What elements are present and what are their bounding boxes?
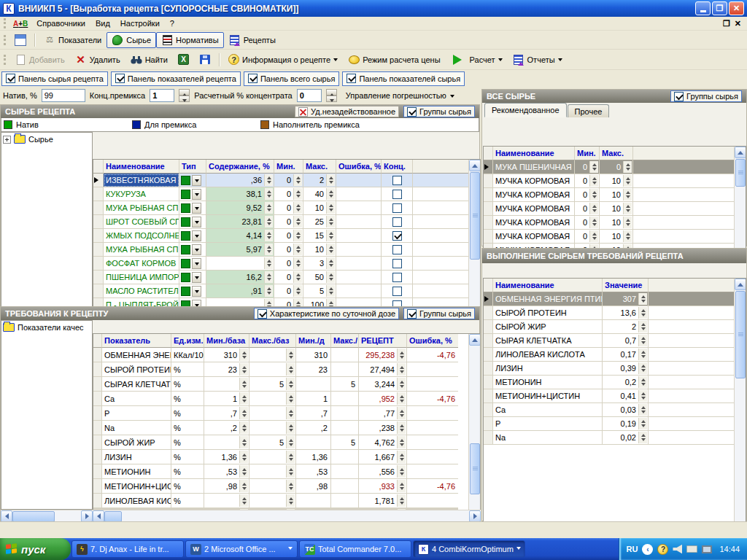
requirement-row[interactable]: СЫРОЙ ЖИР%554,762 [93, 435, 480, 450]
min-base-cell[interactable]: 1 [204, 392, 249, 406]
toolbar-grip[interactable] [4, 18, 7, 28]
type-dropdown[interactable] [192, 217, 201, 228]
type-dropdown[interactable] [192, 286, 201, 297]
value-cell[interactable]: 307 [603, 292, 649, 306]
column-header[interactable]: Ошибка, % [336, 160, 382, 174]
tree-expand-icon[interactable] [3, 136, 11, 144]
min-cell[interactable]: 0 [274, 284, 303, 298]
indicator-name[interactable]: ЛИНОЛЕВАЯ КИС [102, 494, 171, 508]
mdi-restore-icon[interactable]: ❐ [723, 19, 730, 28]
checkbox-icon[interactable] [258, 309, 267, 319]
scroll-left-button[interactable] [1, 510, 12, 522]
scroll-up-button[interactable] [735, 279, 746, 290]
value-cell[interactable]: 0,17 [603, 348, 649, 362]
calc-button[interactable]: Расчет [446, 52, 508, 67]
value-cell[interactable]: 2 [603, 320, 649, 334]
conc-cell[interactable] [382, 215, 413, 229]
tree-hscrollbar[interactable] [1, 510, 93, 522]
toolbar-grip[interactable] [4, 55, 7, 65]
ingredient-name[interactable]: ШРОТ СОЕВЫЙ СП [104, 215, 179, 229]
reports-button[interactable]: Отчеты [508, 52, 568, 68]
table-view-button[interactable] [9, 32, 31, 48]
spinner[interactable] [286, 480, 295, 492]
spinner[interactable] [623, 175, 632, 187]
type-cell[interactable] [179, 174, 206, 187]
spinner[interactable] [264, 188, 273, 200]
input-device-icon[interactable] [686, 545, 697, 553]
scroll-right-button[interactable] [81, 510, 93, 522]
min-base-cell[interactable] [204, 377, 249, 392]
spinner[interactable] [264, 174, 273, 186]
mode-normativy-button[interactable]: Нормативы [156, 32, 224, 48]
spinner[interactable] [638, 307, 647, 319]
conc-checkbox[interactable] [392, 190, 402, 199]
fulfillment-row[interactable]: P0,19 [484, 417, 746, 431]
nutrient-name[interactable]: Ca [493, 403, 603, 417]
type-cell[interactable] [179, 284, 206, 298]
taskbar-task[interactable]: W2 Microsoft Office ... [185, 540, 298, 558]
indicator-name[interactable]: ОБМЕННАЯ ЭНЕРГ [102, 348, 171, 362]
type-cell[interactable] [179, 271, 206, 284]
recipe-value-cell[interactable]: ,238 [359, 421, 407, 435]
content-cell[interactable]: 9,52 [206, 201, 274, 215]
recipe-value-cell[interactable]: 295,238 [359, 348, 407, 362]
nutrient-name[interactable]: Na [493, 431, 603, 445]
restore-button[interactable]: ❐ [712, 1, 727, 15]
spinner[interactable] [638, 335, 647, 346]
ingredient-name[interactable]: ПШЕНИЦА ИМПОРТ [104, 271, 179, 284]
price-mode-button[interactable]: Режим расчета цены [343, 52, 445, 68]
conc-checkbox[interactable] [392, 203, 402, 213]
max-cell[interactable]: 10 [600, 230, 633, 244]
max-cell[interactable]: 40 [303, 187, 336, 201]
spinner[interactable] [264, 271, 273, 283]
premix-stepper[interactable] [179, 89, 190, 102]
spinner[interactable] [397, 363, 406, 376]
start-button[interactable]: пуск [0, 538, 71, 560]
spinner[interactable] [397, 378, 406, 390]
column-header[interactable]: Наименование [493, 279, 603, 292]
value-cell[interactable]: 0,19 [603, 417, 649, 431]
max-cell[interactable]: 10 [303, 243, 336, 257]
spinner[interactable] [638, 432, 647, 443]
mode-recepty-button[interactable]: Рецепты [224, 32, 281, 48]
spinner[interactable] [293, 174, 302, 186]
taskbar-task[interactable]: ϟ7. Dj Anax - Life in tr... [71, 540, 184, 558]
spinner[interactable] [239, 421, 248, 434]
fulfillment-vscrollbar[interactable] [734, 279, 746, 534]
fulfillment-row[interactable]: МЕТИОНИН+ЦИСТИН0,41 [484, 389, 746, 403]
tab-active[interactable]: Рекомендованное [484, 103, 567, 117]
type-cell[interactable] [179, 257, 206, 271]
spinner[interactable] [326, 257, 335, 269]
column-header[interactable]: Ошибка, % [407, 334, 458, 348]
conc-checkbox[interactable] [392, 259, 402, 268]
max-cell[interactable]: 25 [303, 215, 336, 229]
spinner[interactable] [286, 451, 295, 463]
type-cell[interactable] [179, 229, 206, 243]
spinner[interactable] [638, 376, 647, 388]
value-cell[interactable]: 13,6 [603, 306, 649, 320]
tree-item-quality[interactable]: Показатели качес [3, 323, 90, 332]
recipe-row[interactable]: ИЗВЕСТНЯКОВАЯ,3602 [93, 174, 480, 187]
spinner[interactable] [239, 480, 248, 492]
type-cell[interactable] [179, 201, 206, 215]
max-base-cell[interactable] [249, 406, 296, 421]
indicator-name[interactable]: Ca [102, 392, 171, 406]
max-base-cell[interactable] [249, 392, 296, 406]
recipe-value-cell[interactable]: ,952 [359, 392, 407, 406]
min-cell[interactable]: 0 [575, 230, 600, 244]
content-cell[interactable]: ,91 [206, 284, 274, 298]
menu-spravochniki[interactable]: Справочники [31, 18, 90, 29]
min-cell[interactable]: 0 [274, 229, 303, 243]
content-cell[interactable]: 16,2 [206, 271, 274, 284]
ingredient-name[interactable]: МАСЛО РАСТИТЕЛ [104, 284, 179, 298]
recipe-value-cell[interactable]: ,77 [359, 406, 407, 421]
fulfillment-row[interactable]: ЛИНОЛЕВАЯ КИСЛОТА0,17 [484, 348, 746, 362]
fulfillment-row[interactable]: СЫРАЯ КЛЕТЧАТКА0,7 [484, 334, 746, 348]
spinner[interactable] [286, 349, 295, 361]
all-raw-row[interactable]: МУКА ПШЕНИЧНАЯ00 [484, 160, 746, 174]
all-raw-row[interactable]: МУЧКА КОРМОВАЯ010 [484, 230, 746, 244]
concentrate-input[interactable]: 0 [297, 89, 322, 102]
conc-checkbox[interactable] [392, 231, 402, 241]
tree-item-syrye[interactable]: Сырье [3, 135, 90, 144]
min-base-cell[interactable]: 1,36 [204, 450, 249, 464]
